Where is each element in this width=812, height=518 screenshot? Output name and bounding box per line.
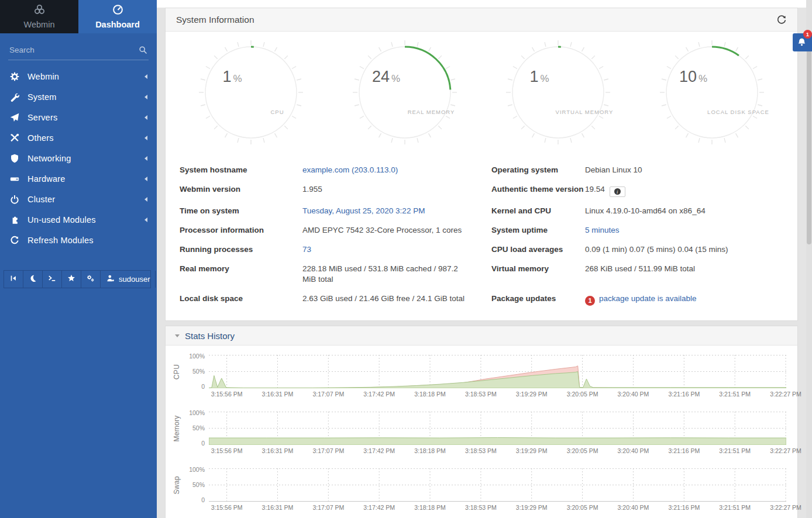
info-value-link[interactable]: 73 bbox=[302, 245, 311, 254]
info-row-cpu-load-averages: CPU load averages0.09 (1 min) 0.07 (5 mi… bbox=[491, 240, 783, 259]
bell-icon bbox=[797, 37, 807, 47]
chart-plot-area bbox=[209, 468, 786, 502]
info-value-link[interactable]: example.com (203.0.113.0) bbox=[302, 165, 398, 174]
x-tick-label: 3:19:29 PM bbox=[516, 504, 548, 511]
info-value-text: 268 KiB used / 511.99 MiB total bbox=[585, 264, 695, 273]
x-tick-label: 3:15:56 PM bbox=[211, 391, 243, 398]
info-value: 2.63 GiB used / 21.46 GiB free / 24.1 Gi… bbox=[302, 293, 472, 304]
sidebar-item-servers[interactable]: Servers bbox=[0, 107, 157, 127]
info-value-link[interactable]: package update is available bbox=[599, 294, 697, 303]
sidebar-item-label: Networking bbox=[27, 154, 144, 163]
terminal-button[interactable] bbox=[42, 271, 61, 288]
chart-x-axis: 3:15:56 PM3:16:31 PM3:17:07 PM3:17:42 PM… bbox=[209, 504, 786, 514]
username-label: sudouser bbox=[119, 275, 150, 284]
x-tick-label: 3:20:40 PM bbox=[618, 447, 649, 454]
sidebar-item-label: Servers bbox=[27, 113, 144, 122]
info-value: 1package update is available bbox=[585, 293, 783, 306]
info-row-running-processes: Running processes73 bbox=[180, 240, 472, 259]
puzzle-icon bbox=[10, 215, 20, 225]
wrench-icon bbox=[10, 92, 20, 102]
gear-icon bbox=[10, 72, 20, 81]
collapse-button[interactable] bbox=[4, 271, 23, 288]
info-value-text: 19.54 bbox=[585, 185, 605, 194]
x-tick-label: 3:20:40 PM bbox=[618, 391, 649, 398]
gears-button[interactable] bbox=[81, 271, 100, 288]
panel-title: System Information bbox=[176, 15, 776, 25]
info-value: Debian Linux 10 bbox=[585, 165, 783, 175]
theme-info-button[interactable]: i bbox=[610, 187, 625, 197]
info-value-text: 1.955 bbox=[302, 185, 322, 194]
webmin-logo-icon bbox=[34, 4, 45, 18]
chart-memory: Memory 100% 50% 0 3:15:56 PM3:16:31 PM3:… bbox=[170, 412, 786, 457]
notification-badge: 1 bbox=[803, 30, 812, 39]
info-value: 0.09 (1 min) 0.07 (5 mins) 0.04 (15 mins… bbox=[585, 244, 783, 255]
y-tick: 0 bbox=[201, 440, 205, 447]
moon-button[interactable] bbox=[23, 271, 42, 288]
collapse-caret-icon bbox=[175, 334, 180, 337]
moon-icon bbox=[29, 274, 37, 284]
x-tick-label: 3:20:05 PM bbox=[567, 447, 598, 454]
sidebar-footer-toolbar: sudouser bbox=[4, 270, 151, 288]
info-label: Authentic theme version bbox=[491, 184, 585, 195]
x-tick-label: 3:17:42 PM bbox=[363, 504, 395, 511]
info-value-link[interactable]: 5 minutes bbox=[585, 226, 620, 234]
info-value: Tuesday, August 25, 2020 3:22 PM bbox=[302, 206, 472, 216]
info-value-text: Debian Linux 10 bbox=[585, 165, 642, 174]
x-tick-label: 3:17:07 PM bbox=[312, 391, 344, 398]
info-label: Operating system bbox=[491, 165, 585, 175]
scrollbar-track[interactable] bbox=[806, 0, 812, 518]
refresh-icon[interactable] bbox=[776, 15, 787, 25]
svg-text:REAL MEMORY: REAL MEMORY bbox=[407, 109, 455, 115]
notifications-tab[interactable]: 1 bbox=[793, 33, 812, 51]
search-icon bbox=[139, 46, 147, 54]
sidebar-item-hardware[interactable]: Hardware bbox=[0, 168, 157, 189]
x-tick-label: 3:18:53 PM bbox=[465, 391, 497, 398]
info-label: CPU load averages bbox=[491, 244, 585, 255]
info-row-authentic-theme-version: Authentic theme version19.54i bbox=[491, 179, 783, 201]
sidebar-item-refresh-modules[interactable]: Refresh Modules bbox=[0, 230, 157, 250]
system-information-panel: System Information 1% CPU 24% REAL MEMOR… bbox=[165, 8, 798, 321]
x-tick-label: 3:15:56 PM bbox=[211, 504, 243, 511]
user-menu-button[interactable]: sudouser bbox=[100, 271, 155, 288]
tab-webmin-label: Webmin bbox=[24, 20, 55, 29]
sidebar-item-networking[interactable]: Networking bbox=[0, 148, 157, 168]
chart-y-axis: 100% 50% 0 bbox=[183, 355, 209, 388]
scrollbar-thumb[interactable] bbox=[807, 34, 811, 244]
search-input[interactable] bbox=[8, 42, 149, 60]
y-tick: 0 bbox=[201, 383, 205, 390]
tab-dashboard-label: Dashboard bbox=[95, 20, 140, 29]
sidebar-item-cluster[interactable]: Cluster bbox=[0, 189, 157, 209]
star-button[interactable] bbox=[61, 271, 81, 288]
x-tick-label: 3:22:27 PM bbox=[770, 447, 801, 454]
sidebar-item-system[interactable]: System bbox=[0, 87, 157, 107]
user-icon bbox=[106, 274, 115, 284]
x-tick-label: 3:18:18 PM bbox=[414, 504, 446, 511]
tab-dashboard[interactable]: Dashboard bbox=[78, 0, 157, 33]
info-row-processor-information: Processor informationAMD EPYC 7542 32-Co… bbox=[180, 220, 472, 240]
hdd-icon bbox=[10, 174, 20, 184]
stats-history-header[interactable]: Stats History bbox=[166, 326, 797, 346]
terminal-icon bbox=[48, 274, 56, 284]
x-tick-label: 3:21:51 PM bbox=[719, 447, 751, 454]
gauges-row: 1% CPU 24% REAL MEMORY 1% VIRTUAL MEMORY… bbox=[166, 32, 797, 153]
tab-webmin[interactable]: Webmin bbox=[0, 0, 78, 33]
stats-history-title: Stats History bbox=[185, 331, 235, 341]
chart-axis-label: Memory bbox=[173, 415, 181, 441]
y-tick: 100% bbox=[189, 466, 205, 473]
y-tick: 100% bbox=[189, 353, 205, 360]
svg-text:LOCAL DISK SPACE: LOCAL DISK SPACE bbox=[707, 109, 769, 115]
chart-x-axis: 3:15:56 PM3:16:31 PM3:17:07 PM3:17:42 PM… bbox=[209, 391, 786, 400]
info-value: AMD EPYC 7542 32-Core Processor, 1 cores bbox=[302, 225, 472, 236]
sidebar-item-un-used-modules[interactable]: Un-used Modules bbox=[0, 209, 157, 230]
x-tick-label: 3:21:16 PM bbox=[668, 447, 700, 454]
info-row-time-on-system: Time on systemTuesday, August 25, 2020 3… bbox=[180, 201, 472, 220]
sidebar-item-others[interactable]: Others bbox=[0, 127, 157, 148]
chevron-left-icon bbox=[144, 177, 147, 181]
chevron-left-icon bbox=[144, 95, 147, 99]
svg-text:24%: 24% bbox=[372, 68, 400, 85]
x-tick-label: 3:18:53 PM bbox=[465, 447, 497, 454]
info-value-link[interactable]: Tuesday, August 25, 2020 3:22 PM bbox=[302, 206, 425, 215]
sidebar-item-webmin[interactable]: Webmin bbox=[0, 66, 157, 87]
chart-cpu: CPU 100% 50% 0 3:15:56 PM3:16:31 PM3:17:… bbox=[170, 355, 786, 400]
info-row-local-disk-space: Local disk space2.63 GiB used / 21.46 Gi… bbox=[180, 289, 472, 310]
